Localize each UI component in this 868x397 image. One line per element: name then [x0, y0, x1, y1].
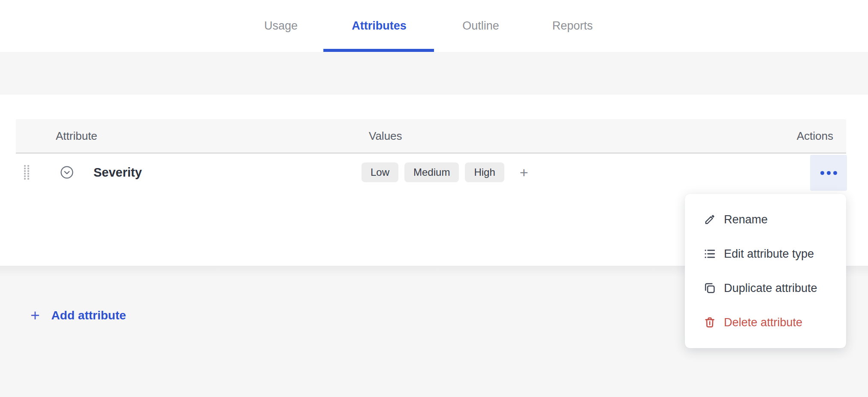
add-attribute-label: Add attribute	[51, 309, 126, 322]
tab-attributes[interactable]: Attributes	[352, 0, 407, 52]
trash-icon	[703, 316, 716, 329]
list-icon	[703, 247, 716, 260]
column-header-attribute: Attribute	[56, 119, 97, 153]
attributes-table-header: Attribute Values Actions	[16, 119, 846, 153]
add-value-button[interactable]: +	[520, 162, 528, 182]
column-header-actions: Actions	[797, 119, 833, 153]
menu-item-delete-attribute[interactable]: Delete attribute	[685, 305, 846, 340]
tab-reports[interactable]: Reports	[552, 0, 593, 52]
plus-icon: +	[30, 305, 40, 326]
value-chip[interactable]: High	[465, 162, 504, 182]
menu-item-label: Rename	[724, 213, 768, 226]
menu-item-edit-attribute-type[interactable]: Edit attribute type	[685, 237, 846, 271]
value-chip[interactable]: Low	[362, 162, 398, 182]
table-row: Severity Low Medium High +	[16, 153, 846, 191]
active-tab-underline	[323, 49, 434, 52]
value-chip[interactable]: Medium	[404, 162, 459, 182]
expand-row-button[interactable]	[60, 165, 74, 180]
row-actions-button[interactable]	[810, 155, 847, 191]
tab-outline[interactable]: Outline	[462, 0, 499, 52]
menu-item-label: Edit attribute type	[724, 247, 814, 261]
attribute-values: Low Medium High +	[362, 162, 528, 182]
pencil-icon	[703, 213, 716, 226]
chevron-down-circle-icon	[60, 165, 74, 180]
drag-handle[interactable]	[22, 163, 31, 181]
attribute-name: Severity	[93, 165, 142, 179]
ellipsis-icon	[820, 171, 837, 175]
tab-bar: Usage Attributes Outline Reports	[0, 0, 868, 52]
menu-item-rename[interactable]: Rename	[685, 202, 846, 237]
menu-item-duplicate-attribute[interactable]: Duplicate attribute	[685, 271, 846, 305]
column-header-values: Values	[369, 119, 402, 153]
row-actions-menu: Rename Edit attribute type Duplicate att…	[685, 194, 846, 348]
add-attribute-button[interactable]: + Add attribute	[30, 305, 126, 326]
tab-usage[interactable]: Usage	[264, 0, 298, 52]
menu-item-label: Duplicate attribute	[724, 282, 817, 295]
menu-item-label: Delete attribute	[724, 316, 802, 329]
copy-icon	[703, 282, 716, 295]
